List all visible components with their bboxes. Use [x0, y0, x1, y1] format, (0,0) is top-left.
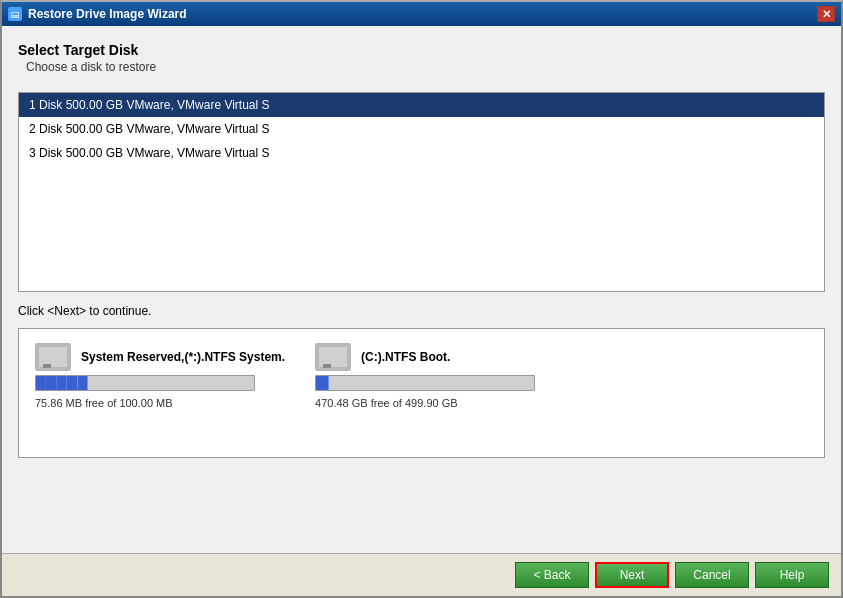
content-area: Select Target Disk Choose a disk to rest…	[2, 26, 841, 553]
partition-info-1: 75.86 MB free of 100.00 MB	[35, 397, 285, 409]
partition-top-2: (C:).NTFS Boot.	[315, 343, 535, 371]
disk-item-2[interactable]: 2 Disk 500.00 GB VMware, VMware Virtual …	[19, 117, 824, 141]
back-button[interactable]: < Back	[515, 562, 589, 588]
progress-bar-2	[315, 375, 535, 391]
partition-item-2: (C:).NTFS Boot. 470.48 GB free of 499.90…	[315, 343, 535, 443]
partition-top-1: System Reserved,(*:).NTFS System.	[35, 343, 285, 371]
window-icon: 🖴	[8, 7, 22, 21]
drive-icon-2	[315, 343, 351, 371]
progress-bar-1	[35, 375, 255, 391]
window-title: Restore Drive Image Wizard	[28, 7, 187, 21]
bottom-bar: < Back Next Cancel Help	[2, 553, 841, 596]
next-button[interactable]: Next	[595, 562, 669, 588]
cancel-button[interactable]: Cancel	[675, 562, 749, 588]
partition-item-1: System Reserved,(*:).NTFS System. 75.86 …	[35, 343, 285, 443]
help-button[interactable]: Help	[755, 562, 829, 588]
disk-item-3[interactable]: 3 Disk 500.00 GB VMware, VMware Virtual …	[19, 141, 824, 165]
page-subtitle: Choose a disk to restore	[26, 60, 825, 74]
partition-info-2: 470.48 GB free of 499.90 GB	[315, 397, 535, 409]
disk-list[interactable]: 1 Disk 500.00 GB VMware, VMware Virtual …	[18, 92, 825, 292]
wizard-window: 🖴 Restore Drive Image Wizard ✕ Select Ta…	[0, 0, 843, 598]
partition-name-1: System Reserved,(*:).NTFS System.	[81, 350, 285, 364]
partition-name-2: (C:).NTFS Boot.	[361, 350, 450, 364]
header-section: Select Target Disk Choose a disk to rest…	[18, 40, 825, 82]
close-button[interactable]: ✕	[817, 6, 835, 22]
drive-icon-1	[35, 343, 71, 371]
progress-fill-2	[316, 376, 329, 390]
title-bar-left: 🖴 Restore Drive Image Wizard	[8, 7, 187, 21]
title-bar: 🖴 Restore Drive Image Wizard ✕	[2, 2, 841, 26]
click-next-label: Click <Next> to continue.	[18, 304, 825, 318]
progress-fill-1	[36, 376, 88, 390]
page-title: Select Target Disk	[18, 42, 825, 58]
disk-item-1[interactable]: 1 Disk 500.00 GB VMware, VMware Virtual …	[19, 93, 824, 117]
partitions-container: System Reserved,(*:).NTFS System. 75.86 …	[18, 328, 825, 458]
